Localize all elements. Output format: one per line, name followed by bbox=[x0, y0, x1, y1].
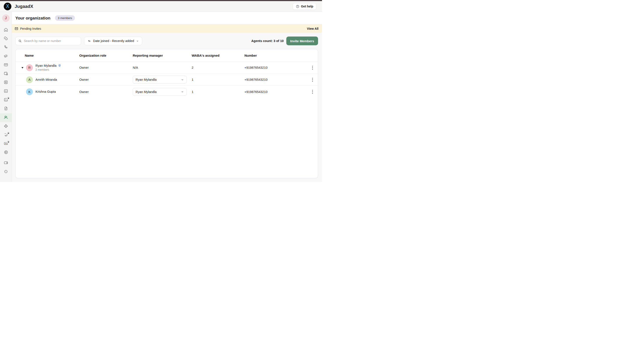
brand-logo-letter: X bbox=[6, 4, 9, 9]
invite-members-button[interactable]: Invite Members bbox=[286, 36, 318, 45]
waba-assigned-value: 2 bbox=[192, 66, 245, 69]
chevron-down-icon bbox=[181, 78, 184, 81]
sidebar-item-inbox[interactable] bbox=[0, 61, 12, 70]
column-header-name: Name bbox=[16, 54, 79, 57]
lock-icon bbox=[7, 132, 10, 134]
sidebar-item-wallet[interactable] bbox=[0, 159, 12, 168]
table-row: A Amrith Miranda Owner Ryan Mylandla 1 + bbox=[16, 74, 318, 86]
power-icon bbox=[4, 169, 8, 175]
page-title: Your organization bbox=[15, 16, 50, 20]
sidebar-item-documents[interactable] bbox=[0, 104, 12, 113]
svg-text:Aa: Aa bbox=[5, 142, 7, 144]
page-header: Your organization 3 members bbox=[12, 12, 322, 24]
team-members-icon bbox=[3, 115, 8, 121]
search-icon bbox=[18, 39, 22, 43]
sidebar-item-chats[interactable] bbox=[0, 34, 12, 43]
sidebar-item-settings[interactable] bbox=[0, 148, 12, 157]
sidebar-item-ai-assistant[interactable] bbox=[0, 131, 12, 140]
document-icon bbox=[4, 106, 8, 112]
member-role: Owner bbox=[79, 66, 133, 69]
sidebar-item-contacts[interactable] bbox=[0, 78, 12, 87]
waba-assigned-value: 1 bbox=[192, 90, 245, 94]
sidebar-item-logout[interactable] bbox=[0, 168, 12, 176]
reporting-manager-value: Ryan Mylandla bbox=[136, 78, 157, 82]
user-avatar[interactable]: J bbox=[2, 14, 10, 22]
sidebar-nav: Aa bbox=[0, 26, 12, 176]
get-help-label: Get help bbox=[301, 4, 313, 8]
reporting-manager-select[interactable]: Ryan Mylandla bbox=[133, 76, 187, 84]
chevron-down-icon bbox=[181, 90, 184, 93]
get-help-button[interactable]: Get help bbox=[293, 3, 316, 10]
wallet-icon bbox=[4, 160, 8, 166]
reporting-manager-value: N/A bbox=[133, 66, 192, 69]
sidebar-item-team-members[interactable] bbox=[0, 113, 12, 122]
chatbot-icon bbox=[4, 124, 8, 129]
member-role: Owner bbox=[79, 78, 133, 82]
lock-icon bbox=[7, 96, 10, 100]
sidebar-item-scheduled[interactable] bbox=[0, 70, 12, 78]
sort-label: Date joined - Recently added bbox=[93, 39, 134, 43]
contact-card-icon bbox=[4, 80, 8, 86]
table-header-row: Name Organization role Reporting manager… bbox=[16, 49, 318, 62]
waba-assigned-value: 1 bbox=[192, 78, 245, 82]
reporting-manager-select[interactable]: Ryan Mylandla bbox=[133, 88, 187, 96]
row-menu-button[interactable] bbox=[311, 64, 314, 71]
phone-number: +919876543210 bbox=[245, 78, 307, 82]
phone-number: +919876543210 bbox=[245, 90, 307, 94]
row-menu-button[interactable] bbox=[311, 88, 314, 95]
sidebar-item-analytics[interactable] bbox=[0, 87, 12, 96]
sidebar-item-analytics-pro[interactable] bbox=[0, 96, 12, 104]
view-all-link[interactable]: View All bbox=[307, 27, 318, 30]
brand-logo: X bbox=[4, 2, 12, 10]
top-bar: X JugaadX Get help bbox=[0, 1, 322, 12]
members-table-card: Name Organization role Reporting manager… bbox=[15, 49, 318, 178]
column-header-number: Number bbox=[245, 54, 307, 57]
member-name: Ryan Mylandla bbox=[36, 64, 57, 68]
page: X JugaadX Get help J bbox=[0, 0, 322, 182]
admin-shield-badge-icon bbox=[58, 64, 61, 68]
member-name: Amrith Miranda bbox=[36, 78, 57, 82]
phone-number: +919876543210 bbox=[245, 66, 307, 69]
envelope-icon bbox=[15, 27, 19, 30]
avatar: K bbox=[26, 88, 33, 95]
pending-invites-label: Pending Invites bbox=[20, 27, 41, 30]
column-header-waba: WABA's assigned bbox=[192, 54, 245, 57]
chevron-down-icon bbox=[136, 40, 139, 42]
table-row: K Krishna Gupta Owner Ryan Mylandla 1 +9 bbox=[16, 86, 318, 98]
toolbar: Date joined - Recently added Agents coun… bbox=[15, 36, 318, 45]
sidebar-item-calls[interactable] bbox=[0, 43, 12, 52]
mail-icon bbox=[4, 62, 8, 68]
sidebar-item-home[interactable] bbox=[0, 26, 12, 34]
chats-icon bbox=[4, 36, 8, 42]
agents-count: Agents count: 3 of 10 bbox=[251, 39, 283, 43]
home-icon bbox=[4, 27, 8, 33]
avatar: A bbox=[26, 76, 33, 83]
expand-caret-icon[interactable] bbox=[21, 67, 26, 69]
search-input[interactable] bbox=[24, 39, 78, 43]
table-row: R Ryan Mylandla 2 members Owner N/A 2 bbox=[16, 62, 318, 74]
column-header-role: Organization role bbox=[79, 54, 133, 57]
member-role: Owner bbox=[79, 90, 133, 94]
lock-icon bbox=[7, 140, 10, 143]
column-header-manager: Reporting manager bbox=[133, 54, 192, 57]
avatar: R bbox=[26, 64, 33, 71]
sidebar: J bbox=[0, 12, 12, 182]
members-count-badge: 3 members bbox=[55, 15, 75, 21]
member-name: Krishna Gupta bbox=[36, 90, 56, 94]
pending-invites-banner: Pending Invites View All bbox=[12, 24, 322, 33]
analytics-icon bbox=[4, 88, 8, 94]
search-box bbox=[15, 37, 81, 45]
sidebar-item-ads[interactable]: Aa bbox=[0, 140, 12, 148]
content-area: Date joined - Recently added Agents coun… bbox=[12, 33, 322, 182]
sidebar-item-chatbot[interactable] bbox=[0, 122, 12, 131]
settings-icon bbox=[4, 150, 8, 156]
brand-name: JugaadX bbox=[15, 4, 33, 9]
sidebar-item-campaigns[interactable] bbox=[0, 52, 12, 61]
sort-dropdown[interactable]: Date joined - Recently added bbox=[84, 37, 142, 45]
phone-icon bbox=[4, 45, 8, 50]
calendar-clock-icon bbox=[4, 71, 8, 77]
megaphone-icon bbox=[4, 54, 8, 59]
sort-arrows-icon bbox=[87, 39, 91, 43]
reporting-manager-value: Ryan Mylandla bbox=[136, 90, 157, 94]
row-menu-button[interactable] bbox=[311, 76, 314, 83]
